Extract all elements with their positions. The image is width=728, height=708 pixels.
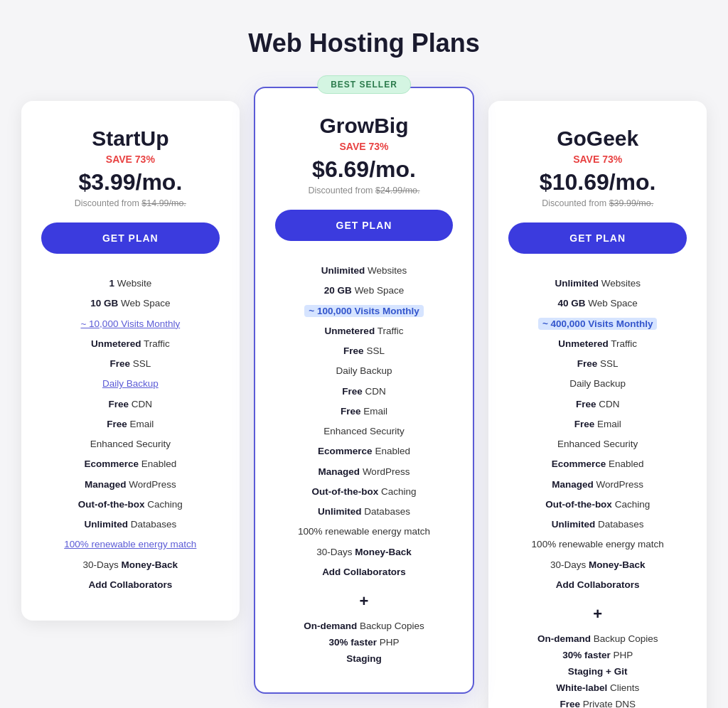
feature-item: Ecommerce Enabled [508,454,687,474]
features-list-startup: 1 Website10 GB Web Space~ 10,000 Visits … [41,274,220,595]
feature-item: 100% renewable energy match [275,522,454,542]
plan-price-growbig: $6.69/mo. [275,156,454,183]
extra-features-growbig: On-demand Backup Copies30% faster PHPSta… [275,618,454,667]
plus-divider-growbig: + [275,592,454,611]
feature-item: Managed WordPress [41,475,220,495]
plan-card-growbig: BEST SELLERGrowBigSAVE 73%$6.69/mo.Disco… [254,87,475,694]
feature-item: Add Collaborators [508,575,687,595]
extra-feature-item: Staging [275,650,454,667]
feature-item: 10 GB Web Space [41,294,220,313]
extra-feature-item: 30% faster PHP [508,647,687,663]
plus-divider-gogeek: + [508,605,687,623]
plan-price-gogeek: $10.69/mo. [508,169,687,195]
feature-item: Unmetered Traffic [275,321,454,341]
feature-item: 30-Days Money-Back [508,555,687,575]
feature-item: Ecommerce Enabled [275,441,454,461]
feature-item: Ecommerce Enabled [41,454,220,474]
feature-item: Free Email [41,414,220,434]
feature-item: Free Email [275,402,454,422]
feature-item: Managed WordPress [508,475,687,495]
plan-discounted-growbig: Discounted from $24.99/mo. [275,186,454,195]
features-list-growbig: Unlimited Websites20 GB Web Space~ 100,0… [275,261,454,582]
extra-feature-item: White-label Clients [508,680,687,696]
save-label-growbig: SAVE 73% [275,141,454,152]
feature-item: 100% renewable energy match [41,535,220,554]
plan-card-startup: StartUpSAVE 73%$3.99/mo.Discounted from … [21,101,240,621]
plan-name-startup: StartUp [41,127,220,151]
feature-item: 30-Days Money-Back [275,542,454,562]
feature-item: Add Collaborators [275,562,454,582]
feature-item: Unlimited Databases [275,502,454,522]
feature-item: Free SSL [41,354,220,374]
get-plan-btn-startup[interactable]: GET PLAN [41,222,220,254]
plan-discounted-gogeek: Discounted from $39.99/mo. [508,198,687,208]
feature-item: 40 GB Web Space [508,294,687,313]
feature-item: 20 GB Web Space [275,281,454,301]
feature-item: ~ 400,000 Visits Monthly [508,314,687,334]
plan-discounted-startup: Discounted from $14.99/mo. [41,198,220,208]
feature-item: 100% renewable energy match [508,535,687,554]
feature-item: Free CDN [275,382,454,402]
feature-item: Unmetered Traffic [508,334,687,354]
best-seller-badge: BEST SELLER [317,75,411,94]
plan-name-gogeek: GoGeek [508,127,687,151]
feature-item: ~ 100,000 Visits Monthly [275,301,454,321]
feature-item: ~ 10,000 Visits Monthly [41,314,220,334]
feature-item: Free SSL [508,354,687,374]
feature-item: Add Collaborators [41,575,220,595]
feature-item: 1 Website [41,274,220,294]
feature-item: Out-of-the-box Caching [275,482,454,502]
feature-item: Daily Backup [508,374,687,394]
feature-item: 30-Days Money-Back [41,555,220,575]
get-plan-btn-gogeek[interactable]: GET PLAN [508,222,687,254]
plan-card-gogeek: GoGeekSAVE 73%$10.69/mo.Discounted from … [488,101,707,708]
feature-item: Out-of-the-box Caching [41,495,220,515]
feature-item: Unlimited Databases [41,515,220,535]
feature-item: Free CDN [508,395,687,414]
save-label-gogeek: SAVE 73% [508,154,687,165]
extra-feature-item: On-demand Backup Copies [508,631,687,647]
page-title: Web Hosting Plans [14,28,714,58]
extra-features-gogeek: On-demand Backup Copies30% faster PHPSta… [508,631,687,708]
save-label-startup: SAVE 73% [41,154,220,165]
plan-name-growbig: GrowBig [275,114,454,138]
extra-feature-item: 30% faster PHP [275,634,454,650]
feature-item: Free CDN [41,395,220,414]
feature-item: Enhanced Security [41,434,220,454]
extra-feature-item: Staging + Git [508,663,687,680]
feature-item: Daily Backup [275,361,454,381]
feature-item: Out-of-the-box Caching [508,495,687,515]
feature-item: Enhanced Security [275,422,454,441]
feature-item: Free SSL [275,341,454,361]
feature-item: Unlimited Websites [275,261,454,281]
feature-item: Enhanced Security [508,434,687,454]
get-plan-btn-growbig[interactable]: GET PLAN [275,210,454,241]
features-list-gogeek: Unlimited Websites40 GB Web Space~ 400,0… [508,274,687,595]
feature-item: Free Email [508,414,687,434]
feature-item: Managed WordPress [275,462,454,482]
feature-item: Unlimited Websites [508,274,687,294]
feature-item: Unlimited Databases [508,515,687,535]
plan-price-startup: $3.99/mo. [41,169,220,195]
extra-feature-item: Free Private DNS [508,696,687,708]
extra-feature-item: On-demand Backup Copies [275,618,454,634]
plans-container: StartUpSAVE 73%$3.99/mo.Discounted from … [14,87,714,708]
feature-item: Unmetered Traffic [41,334,220,354]
feature-item: Daily Backup [41,374,220,394]
